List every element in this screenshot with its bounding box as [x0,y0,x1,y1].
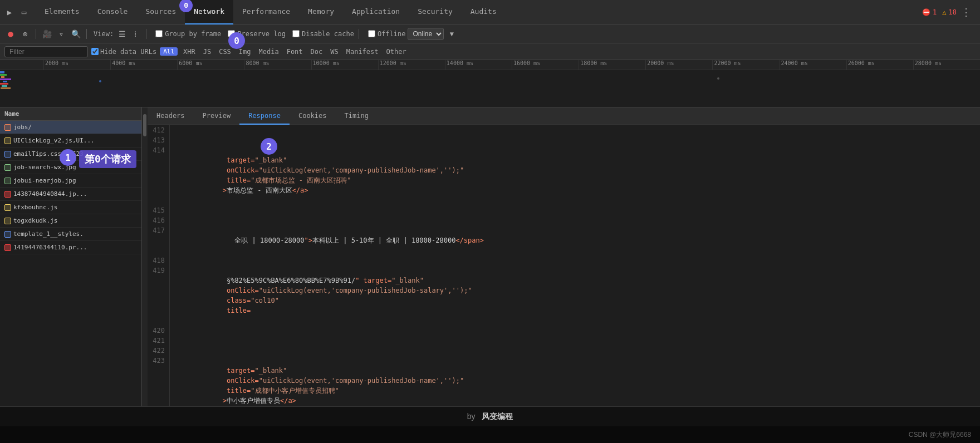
req-name-jobs: jobs/ [13,124,32,131]
ruler-mark-5: 12000 ms [378,60,445,70]
tab-elements[interactable]: Elements [36,0,89,24]
filter-img[interactable]: Img [237,47,253,56]
tab-timing[interactable]: Timing [336,108,378,125]
group-by-frame-check: Group by frame [155,30,221,38]
request-scroll[interactable]: jobs/ UIClickLog_v2.js,UI... emailTips.c… [0,121,141,406]
filter-button[interactable]: ▿ [55,28,67,40]
ruler-mark-0: 2000 ms [43,60,110,70]
request-list: Name jobs/ UIClickLog_v2.js,UI... emailT… [0,107,142,406]
left-scrollbar[interactable] [142,107,148,406]
preserve-log-checkbox[interactable] [228,30,235,37]
req-item-jobsearchwx[interactable]: job-search-wx.jpg [0,161,141,174]
req-item-img1[interactable]: 14387404940844.jp... [0,188,141,201]
offline-checkbox[interactable] [368,30,375,37]
main-content: Name jobs/ UIClickLog_v2.js,UI... emailT… [0,107,980,406]
req-name-jobuinear: jobui-nearjob.jpg [13,177,76,184]
grid-view-btn[interactable]: ⁞ [129,28,141,40]
tab-cookies[interactable]: Cookies [290,108,336,125]
code-line-414: 414 target="_blank" onClick="uiClickLog(… [148,145,980,205]
filter-bar: Hide data URLs All XHR JS CSS Img Media … [0,43,980,60]
req-item-uiclicklog[interactable]: UIClickLog_v2.js,UI... [0,134,141,147]
req-icon-jobsearchwx [4,164,11,171]
detail-panel: Headers Preview Response Cookies Timing … [148,107,980,406]
filter-ws[interactable]: WS [328,47,340,56]
tab-response[interactable]: Response [239,108,290,125]
cursor-icon[interactable]: ▶ [4,7,14,17]
tab-network[interactable]: 0 Network [185,0,233,24]
filter-js[interactable]: JS [201,47,213,56]
svg-rect-4 [3,81,7,82]
tab-headers[interactable]: Headers [148,108,194,125]
divider-3 [146,29,146,39]
error-badge: ⛔ 1 △ 18 [922,8,957,16]
tab-performance[interactable]: Performance [233,0,299,24]
svg-rect-7 [1,87,11,89]
filter-media[interactable]: Media [257,47,281,56]
ruler-mark-4: 10000 ms [311,60,378,70]
group-by-frame-checkbox[interactable] [155,30,163,37]
filter-other[interactable]: Other [384,47,409,56]
req-item-kfxbouhnc[interactable]: kfxbouhnc.js [0,201,141,214]
req-item-emailtips[interactable]: emailTips.css--v623. [0,147,141,161]
list-view-btn[interactable]: ☰ [116,28,128,40]
clear-button[interactable]: ⊗ [19,28,31,40]
ruler-mark-7: 16000 ms [512,60,579,70]
tab-application[interactable]: Application [343,0,409,24]
req-icon-img1 [4,191,11,198]
req-item-img2[interactable]: 14194476344110.pr... [0,241,141,254]
req-name-template1: template_1__styles. [13,230,84,238]
tab-memory[interactable]: Memory [299,0,343,24]
filter-manifest[interactable]: Manifest [344,47,381,56]
response-content[interactable]: 412 413 414 target="_blank" onClick="uiC… [148,125,980,406]
disable-cache-checkbox[interactable] [292,30,300,37]
network-badge: 0 [179,0,193,12]
timeline-ruler: 2000 ms 4000 ms 6000 ms 8000 ms 10000 ms… [0,60,980,70]
bottom-bar: by 风变编程 [0,406,980,426]
filter-css[interactable]: CSS [217,47,233,56]
name-column-header: Name [0,110,141,117]
filter-doc[interactable]: Doc [308,47,325,56]
view-label: View: [94,30,114,38]
filter-all-btn[interactable]: All [160,47,178,56]
throttle-dropdown-icon[interactable]: ▼ [446,28,457,40]
req-item-template1[interactable]: template_1__styles. [0,228,141,241]
code-line-420: 420 [148,326,980,336]
req-item-jobs[interactable]: jobs/ [0,121,141,134]
ruler-mark-3: 8000 ms [244,60,311,70]
record-button[interactable]: ● [4,28,17,40]
req-icon-template1 [4,231,11,238]
code-line-422: 422 [148,346,980,356]
divider-1 [36,29,36,39]
tab-preview[interactable]: Preview [194,108,240,125]
more-options-button[interactable]: ⋮ [957,6,976,18]
camera-button[interactable]: 🎥 [41,28,53,40]
disable-cache-check: Disable cache [292,30,354,38]
hide-data-urls-checkbox[interactable] [91,48,99,55]
code-line-419: 419 §%82%E5%9C%BA%E6%80%BB%E7%9B%91/" ta… [148,265,980,326]
svg-rect-6 [2,85,7,87]
req-name-uiclicklog: UIClickLog_v2.js,UI... [13,137,95,144]
req-icon-emailtips [4,151,11,157]
filter-input[interactable] [4,46,88,57]
req-item-jobuinear[interactable]: jobui-nearjob.jpg [0,174,141,188]
tab-security[interactable]: Security [409,0,462,24]
tab-bar: ▶ ▭ Elements Console Sources 0 Network P… [0,0,980,24]
filter-xhr[interactable]: XHR [181,47,198,56]
ruler-mark-8: 18000 ms [579,60,645,70]
filter-font[interactable]: Font [285,47,305,56]
svg-point-8 [99,80,101,82]
code-line-423: 423 target="_blank" onClick="uiClickLog(… [148,356,980,406]
req-name-img2: 14194476344110.pr... [13,244,87,251]
footer-text: CSDN @大师兄6668 [909,430,971,440]
search-button[interactable]: 🔍 [70,28,82,40]
req-item-togxdkudk[interactable]: togxdkudk.js [0,214,141,228]
throttle-select[interactable]: Online [408,28,444,40]
req-name-emailtips: emailTips.css--v623. [13,150,87,157]
drawer-icon[interactable]: ▭ [19,7,29,17]
tab-console[interactable]: Console [89,0,137,24]
tab-audits[interactable]: Audits [462,0,506,24]
req-icon-togxdkudk [4,218,11,224]
req-name-jobsearchwx: job-search-wx.jpg [13,164,76,171]
tab-sources[interactable]: Sources [136,0,185,24]
svg-point-9 [717,77,719,80]
